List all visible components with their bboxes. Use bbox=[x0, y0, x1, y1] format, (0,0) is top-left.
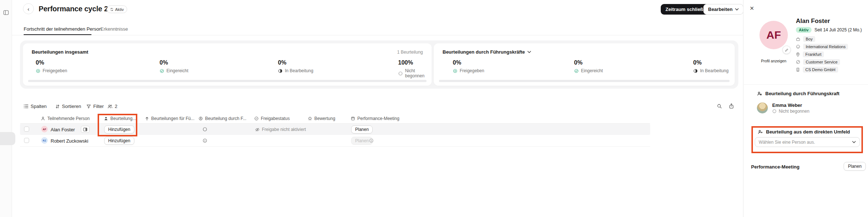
calendar-icon bbox=[351, 116, 355, 121]
row-name[interactable]: Robert Zuckowski bbox=[51, 138, 88, 144]
progress-bar bbox=[28, 80, 427, 82]
col-header-freigabestatus[interactable]: Freigabestatus bbox=[254, 116, 290, 121]
info-circle-icon[interactable] bbox=[203, 138, 207, 143]
star-icon bbox=[308, 116, 312, 121]
profile-avatar: AF bbox=[759, 21, 788, 49]
close-icon[interactable]: ✕ bbox=[750, 5, 754, 11]
department-icon bbox=[796, 44, 800, 49]
stat-eingereicht: 0% Eingereicht bbox=[160, 59, 188, 73]
status-badge-label: Aktiv bbox=[115, 7, 124, 12]
card-title: Beurteilungen insgesamt bbox=[32, 49, 88, 55]
avatar: AF bbox=[41, 126, 48, 132]
building-icon bbox=[796, 67, 800, 72]
stat-eingereicht: 0% Eingereicht bbox=[574, 59, 603, 73]
stat-freigegeben: 0% Freigegeben bbox=[36, 59, 67, 73]
tag-team: Customer Service bbox=[796, 59, 840, 65]
reviewer-status: Nicht begonnen bbox=[772, 109, 809, 114]
people-icon bbox=[107, 104, 113, 109]
collapsed-sidebar bbox=[0, 0, 12, 217]
card-beurteilungen-insgesamt: Beurteilungen insgesamt 1 Beurteilung 0%… bbox=[23, 43, 432, 86]
hover-tooltip-fragment bbox=[0, 132, 15, 145]
tag-job-title: Boy bbox=[796, 36, 815, 42]
person-star-icon bbox=[757, 91, 762, 96]
person-icon bbox=[41, 116, 45, 121]
tenure-label: Seit 14 Juli 2025 (2 Mo.) bbox=[814, 27, 862, 32]
edit-button-label: Bearbeiten bbox=[708, 7, 733, 12]
check-circle-icon bbox=[574, 69, 579, 73]
reviewer-photo-avatar bbox=[757, 102, 768, 113]
chevron-down-icon bbox=[527, 51, 531, 53]
app-window: ‹ Performance cycle 2025 Aktiv Zeitraum … bbox=[0, 0, 868, 217]
half-circle-icon bbox=[278, 69, 283, 73]
info-circle-icon[interactable] bbox=[369, 138, 374, 143]
half-circle-icon bbox=[693, 69, 698, 73]
tabs-divider bbox=[12, 35, 743, 35]
open-side-panel-button[interactable] bbox=[81, 126, 90, 133]
empty-circle-icon bbox=[772, 109, 777, 113]
col-header-beurteilung[interactable]: Beurteilung... bbox=[104, 116, 136, 121]
tab-erkenntnisse[interactable]: Erkenntnisse bbox=[101, 26, 128, 35]
select-placeholder: Wählen Sie eine Person aus. bbox=[759, 140, 815, 145]
col-header-bewertung[interactable]: Bewertung bbox=[308, 116, 335, 121]
columns-button[interactable]: Spalten bbox=[24, 104, 47, 109]
person-plus-icon bbox=[758, 129, 763, 134]
tag-legal-entity: CS Demo GmbH bbox=[796, 67, 838, 73]
target-circle-icon bbox=[453, 69, 457, 73]
avatar: RZ bbox=[41, 137, 48, 144]
person-badge-icon bbox=[199, 116, 203, 121]
back-chevron-icon: ‹ bbox=[28, 6, 30, 12]
reviewer-name: Emma Weber bbox=[772, 102, 802, 108]
back-button[interactable]: ‹ bbox=[23, 3, 34, 14]
filter-button[interactable]: Filter bbox=[86, 104, 104, 109]
panel-plan-meeting-button[interactable]: Planen bbox=[844, 162, 866, 171]
person-filled-icon bbox=[104, 116, 108, 121]
row-name[interactable]: Alan Foster bbox=[51, 127, 75, 132]
card-beurteilungen-fuehrungskraefte: Beurteilungen durch Führungskräfte 0% Fr… bbox=[434, 43, 735, 86]
panel-person-name: Alan Foster bbox=[796, 18, 830, 25]
card-count-label: 1 Beurteilung bbox=[397, 50, 423, 55]
sort-arrows-icon bbox=[55, 104, 60, 109]
share-export-icon[interactable] bbox=[729, 103, 734, 109]
sort-button[interactable]: Sortieren bbox=[55, 104, 81, 109]
plan-meeting-button[interactable]: Planen bbox=[351, 125, 373, 133]
empty-circle-icon bbox=[398, 71, 403, 76]
panel-divider bbox=[743, 84, 868, 85]
col-header-teilnehmende-person[interactable]: Teilnehmende Person bbox=[41, 116, 90, 121]
active-tab-underline bbox=[24, 34, 91, 35]
add-review-button[interactable]: Hinzufügen bbox=[104, 137, 134, 145]
add-review-button[interactable]: Hinzufügen bbox=[104, 125, 134, 133]
sidebar-toggle-icon[interactable] bbox=[3, 10, 9, 15]
stat-freigegeben: 0% Freigegeben bbox=[453, 59, 484, 73]
edit-button[interactable]: Bearbeiten bbox=[703, 4, 743, 15]
col-header-beurteilungen-fuer[interactable]: Beurteilungen für Fü... bbox=[145, 116, 195, 121]
stat-in-bearbeitung: 0% In Bearbeitung bbox=[693, 59, 728, 73]
search-icon[interactable] bbox=[717, 104, 722, 109]
columns-icon bbox=[24, 104, 28, 108]
peer-person-select[interactable]: Wählen Sie eine Person aus. bbox=[755, 137, 860, 147]
edit-avatar-button[interactable] bbox=[782, 46, 791, 54]
tag-department: International Relations bbox=[796, 44, 848, 50]
location-pin-icon bbox=[796, 52, 800, 57]
release-status: Freigabe nicht aktiviert bbox=[255, 127, 306, 132]
check-circle-icon bbox=[160, 69, 164, 73]
progress-bar bbox=[439, 80, 730, 82]
status-empty-circle-icon bbox=[203, 127, 207, 132]
stat-in-bearbeitung: 0% In Bearbeitung bbox=[278, 59, 313, 73]
table-bottom-border bbox=[20, 146, 650, 147]
card-title-row[interactable]: Beurteilungen durch Führungskräfte bbox=[443, 49, 531, 55]
target-circle-icon bbox=[36, 69, 40, 73]
arrow-up-icon bbox=[145, 116, 149, 121]
briefcase-icon bbox=[796, 37, 800, 41]
people-filter-count[interactable]: 2 bbox=[107, 104, 117, 109]
status-row: Aktiv Seit 14 Juli 2025 (2 Mo.) bbox=[796, 27, 862, 33]
chevron-down-icon bbox=[852, 141, 856, 143]
col-header-beurteilung-durch[interactable]: Beurteilung durch F... bbox=[199, 116, 246, 121]
eye-off-icon bbox=[255, 127, 260, 132]
row-checkbox[interactable] bbox=[24, 138, 29, 143]
stat-nicht-begonnen: 100% Nicht begonnen bbox=[398, 59, 432, 78]
profile-link[interactable]: Profil anzeigen bbox=[759, 59, 788, 63]
col-header-performance-meeting[interactable]: Performance-Meeting bbox=[351, 116, 399, 121]
active-status-badge: Aktiv bbox=[796, 27, 812, 33]
row-checkbox[interactable] bbox=[24, 127, 29, 132]
sync-icon bbox=[110, 8, 114, 11]
